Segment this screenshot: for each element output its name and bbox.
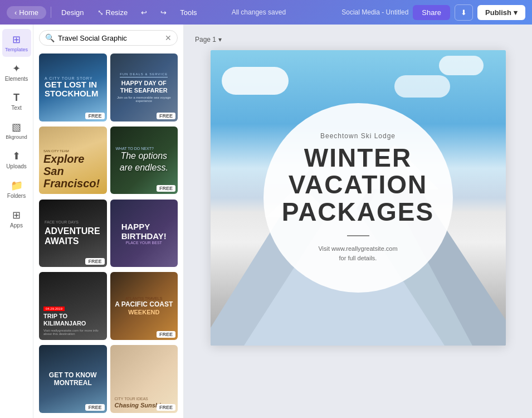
template-grid: A CITY TOUR STORY GET LOST IN STOCKHOLM … bbox=[33, 50, 183, 418]
card7-desc: Visit reallygreatsite.com for more info … bbox=[43, 329, 103, 336]
uploads-icon: ⬆ bbox=[12, 150, 21, 162]
sidebar-item-folders[interactable]: 📁 Folders bbox=[2, 175, 31, 203]
card1-label2: GET LOST IN STOCKHOLM bbox=[45, 80, 101, 99]
iconbar: ⊞ Templates ✦ Elements T Text ▧ Bkground… bbox=[0, 25, 33, 418]
sidebar-item-elements[interactable]: ✦ Elements bbox=[2, 58, 31, 86]
canvas-subtitle: Beechtown Ski Lodge bbox=[320, 132, 396, 140]
sidebar-item-uploads[interactable]: ⬆ Uploads bbox=[2, 145, 31, 174]
background-icon: ▧ bbox=[12, 121, 21, 133]
search-bar: 🔍 ✕ bbox=[33, 25, 183, 50]
download-button[interactable]: ⬇ bbox=[455, 4, 473, 21]
sidebar-item-background[interactable]: ▧ Bkground bbox=[2, 116, 31, 144]
tools-button[interactable]: Tools bbox=[174, 6, 202, 19]
templates-label: Templates bbox=[5, 47, 28, 52]
home-label: Home bbox=[19, 8, 38, 17]
undo-button[interactable]: ↩ bbox=[135, 6, 153, 19]
card3-label2: Explore San Francisco! bbox=[43, 153, 103, 189]
redo-button[interactable]: ↪ bbox=[155, 6, 172, 19]
search-input-wrap: 🔍 ✕ bbox=[39, 30, 178, 46]
canvas-circle-overlay: Beechtown Ski Lodge WINTER VACATION PACK… bbox=[263, 103, 453, 293]
elements-icon: ✦ bbox=[12, 62, 21, 75]
template-card-2[interactable]: FUN DEALS & SERVICE HAPPY DAY OF THE SEA… bbox=[110, 54, 178, 121]
folders-label: Folders bbox=[7, 193, 26, 199]
template-card-5[interactable]: FACE YOUR DAYS ADVENTUREAWAITS FREE bbox=[39, 200, 107, 268]
publish-button[interactable]: Publish ▾ bbox=[477, 5, 525, 20]
clear-search-button[interactable]: ✕ bbox=[165, 33, 172, 42]
card2-label2: HAPPY DAY OF THE SEAFARER bbox=[115, 80, 174, 94]
nav-divider bbox=[51, 7, 51, 18]
design-button[interactable]: Design bbox=[56, 6, 89, 19]
card2-desc: Join us for a memorable sea voyage exper… bbox=[115, 96, 174, 103]
page-label[interactable]: Page 1 ▾ bbox=[195, 36, 222, 43]
folders-icon: 📁 bbox=[11, 179, 23, 192]
card6-sub: PLACE YOUR BEST bbox=[126, 241, 162, 245]
card8-label3: WEEKEND bbox=[128, 309, 159, 315]
page-dropdown-icon: ▾ bbox=[218, 36, 222, 43]
canvas-title: WINTER VACATION PACKAGES bbox=[282, 144, 434, 225]
search-icon: 🔍 bbox=[45, 33, 55, 42]
card5-label1: FACE YOUR DAYS bbox=[45, 220, 101, 224]
templates-panel: 🔍 ✕ A CITY TOUR STORY GET LOST IN STOCKH… bbox=[33, 25, 184, 418]
canvas-area: Page 1 ▾ Beechtown Ski Lodge WINTER bbox=[184, 25, 532, 418]
canvas-card[interactable]: Beechtown Ski Lodge WINTER VACATION PACK… bbox=[211, 50, 506, 346]
template-card-4[interactable]: WHAT TO DO NEXT? The optionsare endless.… bbox=[110, 127, 178, 195]
template-card-8[interactable]: ATLANTIS TRAVELS A PACIFIC COAST WEEKEND… bbox=[110, 272, 178, 340]
card4-label2: The optionsare endless. bbox=[116, 150, 173, 174]
share-button[interactable]: Share bbox=[413, 5, 450, 20]
card10-label1: CITY TOUR IDEAS bbox=[115, 397, 174, 401]
search-input[interactable] bbox=[58, 34, 162, 42]
card9-badge: FREE bbox=[85, 404, 104, 411]
doc-title: Social Media - Untitled bbox=[341, 8, 408, 16]
card10-badge: FREE bbox=[157, 404, 175, 411]
card2-badge: FREE bbox=[157, 113, 175, 119]
template-card-3[interactable]: SAN CITY TEAM Explore San Francisco! bbox=[39, 127, 107, 195]
text-label: Text bbox=[11, 105, 21, 111]
cloud-3 bbox=[394, 75, 450, 98]
templates-icon: ⊞ bbox=[12, 33, 21, 46]
page-number: Page 1 bbox=[195, 36, 216, 43]
template-card-6[interactable]: HAPPYBIRTHDAY! PLACE YOUR BEST bbox=[110, 200, 178, 268]
card8-badge: FREE bbox=[157, 331, 175, 338]
resize-button[interactable]: ⤡ Resize bbox=[92, 6, 134, 19]
main-layout: ⊞ Templates ✦ Elements T Text ▧ Bkground… bbox=[0, 25, 532, 418]
card6-label2: HAPPYBIRTHDAY! bbox=[121, 222, 167, 241]
elements-label: Elements bbox=[5, 76, 28, 82]
card5-badge: FREE bbox=[85, 258, 104, 265]
background-label: Bkground bbox=[6, 134, 27, 140]
template-card-1[interactable]: A CITY TOUR STORY GET LOST IN STOCKHOLM … bbox=[39, 54, 107, 121]
apps-label: Apps bbox=[10, 222, 23, 229]
template-card-7[interactable]: 04.29.2019 TRIP TOKILIMANJARO Visit real… bbox=[39, 272, 107, 340]
canvas-description: Visit www.reallygreatsite.com for full d… bbox=[318, 244, 397, 264]
card5-label2: ADVENTUREAWAITS bbox=[45, 226, 101, 246]
card2-label1: FUN DEALS & SERVICE bbox=[120, 72, 168, 77]
card9-label2: GET TO KNOWMONTREAL bbox=[49, 371, 97, 387]
sidebar-item-text[interactable]: T Text bbox=[2, 88, 31, 115]
publish-arrow-icon: ▾ bbox=[514, 8, 518, 17]
card8-label2: A PACIFIC COAST bbox=[115, 300, 173, 308]
apps-icon: ⊞ bbox=[12, 209, 21, 221]
resize-icon: ⤡ bbox=[97, 8, 104, 17]
text-icon: T bbox=[13, 92, 19, 104]
uploads-label: Uploads bbox=[6, 163, 27, 169]
card8-label1: ATLANTIS TRAVELS bbox=[125, 297, 162, 300]
card1-badge: FREE bbox=[85, 113, 104, 119]
chevron-left-icon: ‹ bbox=[14, 8, 17, 17]
template-card-9[interactable]: GET TO KNOWMONTREAL FREE bbox=[39, 345, 107, 413]
sidebar-item-templates[interactable]: ⊞ Templates bbox=[2, 29, 31, 57]
card7-date: 04.29.2019 bbox=[43, 307, 65, 311]
save-status: All changes saved bbox=[232, 8, 286, 16]
topnav: ‹ Home Design ⤡ Resize ↩ ↪ Tools All cha… bbox=[0, 0, 532, 25]
nav-right: Social Media - Untitled Share ⬇ Publish … bbox=[341, 4, 525, 21]
template-card-10[interactable]: CITY TOUR IDEAS Chasing Sunshine FREE bbox=[110, 345, 178, 413]
cloud-2 bbox=[439, 56, 484, 75]
card7-label2: TRIP TOKILIMANJARO bbox=[43, 313, 103, 327]
sidebar-item-apps[interactable]: ⊞ Apps bbox=[2, 205, 31, 233]
home-button[interactable]: ‹ Home bbox=[7, 6, 46, 19]
canvas-divider bbox=[347, 235, 369, 236]
cloud-1 bbox=[222, 67, 289, 95]
card4-label1: WHAT TO DO NEXT? bbox=[116, 147, 173, 150]
card4-badge: FREE bbox=[157, 185, 175, 192]
